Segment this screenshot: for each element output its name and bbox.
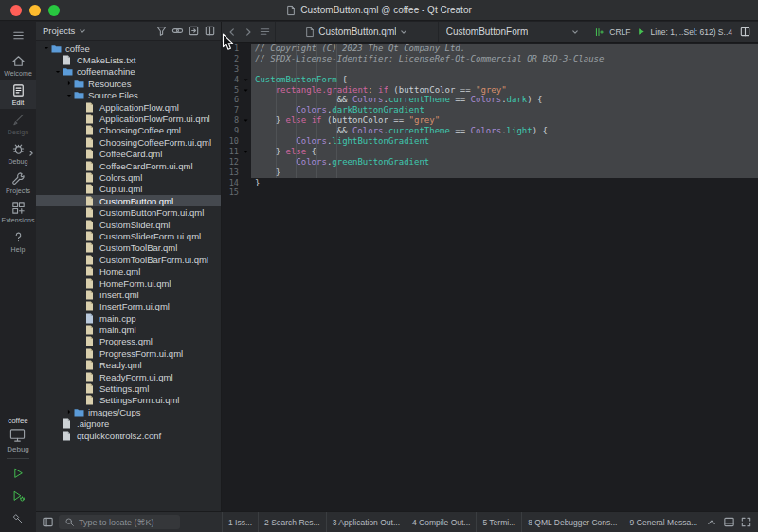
code-line-10[interactable]: 10 Colors.lightButtonGradient bbox=[222, 136, 758, 147]
fold-marker-icon[interactable] bbox=[241, 75, 251, 85]
run-button[interactable] bbox=[6, 463, 30, 484]
collapse-icon[interactable] bbox=[64, 92, 74, 99]
tree-item-coffeecardform-ui-qml[interactable]: CoffeeCardForm.ui.qml bbox=[36, 160, 221, 171]
code-line-4[interactable]: 4CustomButtonForm { bbox=[222, 75, 758, 85]
qml-preview-icon[interactable] bbox=[636, 27, 646, 37]
tree-item-qtquickcontrols2-conf[interactable]: qtquickcontrols2.conf bbox=[36, 430, 221, 441]
kit-selector[interactable]: coffee Debug bbox=[7, 417, 29, 453]
tree-item-applicationflow-qml[interactable]: ApplicationFlow.qml bbox=[36, 101, 221, 113]
go-forward-button[interactable] bbox=[241, 25, 256, 40]
collapse-icon[interactable] bbox=[53, 68, 63, 76]
maximize-button[interactable] bbox=[738, 515, 753, 530]
tree-item-cup-ui-qml[interactable]: Cup.ui.qml bbox=[36, 184, 221, 195]
line-ending-indicator[interactable]: CRLF bbox=[609, 27, 630, 37]
fold-marker-icon[interactable] bbox=[241, 85, 251, 96]
mode-item-welcome[interactable]: Welcome bbox=[0, 50, 36, 80]
output-pane-button-6[interactable]: 8 QML Debugger Cons... bbox=[522, 512, 623, 532]
code-line-9[interactable]: 9 && Colors.currentTheme == Colors.light… bbox=[222, 126, 758, 136]
toggle-left-sidebar-button[interactable] bbox=[40, 515, 55, 530]
mode-item-edit[interactable]: Edit bbox=[0, 80, 36, 109]
link-button[interactable] bbox=[170, 24, 185, 39]
output-pane-button-1[interactable]: 1 Iss... bbox=[223, 512, 259, 532]
output-pane-button-5[interactable]: 5 Termi... bbox=[477, 512, 522, 532]
tree-item-custombutton-qml[interactable]: CustomButton.qml bbox=[36, 195, 221, 206]
tree-item-applicationflowform-ui-qml[interactable]: ApplicationFlowForm.ui.qml bbox=[36, 113, 221, 124]
tree-item-customsliderform-ui-qml[interactable]: CustomSliderForm.ui.qml bbox=[36, 230, 221, 241]
expand-icon[interactable] bbox=[64, 408, 74, 416]
mode-item-projects[interactable]: Projects bbox=[0, 168, 36, 197]
tree-item-coffeemachine[interactable]: coffeemachine bbox=[36, 66, 221, 78]
tree-item-images-cups[interactable]: images/Cups bbox=[36, 406, 221, 417]
document-dropdown[interactable]: CustomButton.qml bbox=[275, 22, 438, 42]
fold-marker-icon[interactable] bbox=[241, 147, 251, 157]
fold-marker-icon[interactable] bbox=[241, 115, 251, 126]
sync-button[interactable] bbox=[186, 24, 201, 39]
go-back-button[interactable] bbox=[225, 25, 240, 40]
tree-item-coffeecard-qml[interactable]: CoffeeCard.qml bbox=[36, 149, 221, 160]
tree-item-choosingcoffee-qml[interactable]: ChoosingCoffee.qml bbox=[36, 125, 221, 136]
locator-input[interactable] bbox=[79, 518, 174, 527]
mode-item-help[interactable]: Help bbox=[0, 226, 36, 256]
mode-item-debug[interactable]: Debug bbox=[0, 138, 36, 168]
output-pane-button-3[interactable]: 3 Application Out... bbox=[327, 512, 406, 532]
mode-item-extensions[interactable]: Extensions bbox=[0, 197, 36, 226]
symbol-dropdown[interactable]: CustomButtonForm bbox=[438, 22, 587, 42]
tree-item-progress-qml[interactable]: Progress.qml bbox=[36, 336, 221, 347]
tree-item-coffee[interactable]: coffee bbox=[36, 43, 221, 54]
chevron-up-button[interactable] bbox=[704, 515, 719, 530]
open-documents-button[interactable] bbox=[257, 25, 272, 40]
vcs-diff-icon[interactable] bbox=[593, 27, 605, 38]
build-button[interactable] bbox=[6, 508, 30, 529]
code-line-1[interactable]: 1// Copyright (C) 2023 The Qt Company Lt… bbox=[222, 44, 758, 54]
code-line-7[interactable]: 7 Colors.darkButtonGradient bbox=[222, 105, 758, 115]
code-line-11[interactable]: 11 } else { bbox=[222, 147, 758, 157]
code-line-5[interactable]: 5 rectangle.gradient: if (buttonColor ==… bbox=[222, 85, 758, 96]
output-pane-button-4[interactable]: 4 Compile Out... bbox=[406, 512, 477, 532]
tree-item-customslider-qml[interactable]: CustomSlider.qml bbox=[36, 219, 221, 230]
tree-item-source-files[interactable]: Source Files bbox=[36, 90, 221, 101]
filter-button[interactable] bbox=[153, 24, 169, 39]
code-editor[interactable]: 1// Copyright (C) 2023 The Qt Company Lt… bbox=[222, 43, 758, 511]
main-menu-button[interactable] bbox=[9, 27, 27, 43]
code-line-3[interactable]: 3 bbox=[222, 64, 758, 75]
tree-item-customtoolbar-qml[interactable]: CustomToolBar.qml bbox=[36, 242, 221, 254]
tree-item-insertform-ui-qml[interactable]: InsertForm.ui.qml bbox=[36, 301, 221, 312]
tree-item-readyform-ui-qml[interactable]: ReadyForm.ui.qml bbox=[36, 371, 221, 382]
tree-item-resources[interactable]: Resources bbox=[36, 78, 221, 89]
tree-item-homeform-ui-qml[interactable]: HomeForm.ui.qml bbox=[36, 277, 221, 289]
split-editor-button[interactable] bbox=[737, 25, 752, 40]
tree-item-cmakelists-txt[interactable]: CMakeLists.txt bbox=[36, 54, 221, 65]
output-pane-button-7[interactable]: 9 General Messa... bbox=[623, 512, 699, 532]
tree-item-settings-qml[interactable]: Settings.qml bbox=[36, 382, 221, 394]
code-line-14[interactable]: 14} bbox=[222, 178, 758, 188]
code-line-13[interactable]: 13 } bbox=[222, 168, 758, 178]
zoom-window-button[interactable] bbox=[48, 5, 60, 16]
tree-item-ready-qml[interactable]: Ready.qml bbox=[36, 360, 221, 371]
panel-selector-dropdown[interactable]: Projects bbox=[40, 26, 153, 36]
code-line-15[interactable]: 15 bbox=[222, 187, 758, 198]
locator[interactable] bbox=[59, 515, 180, 529]
debug-run-button[interactable] bbox=[6, 486, 30, 506]
tree-item-colors-qml[interactable]: Colors.qml bbox=[36, 171, 221, 183]
tree-item-settingsform-ui-qml[interactable]: SettingsForm.ui.qml bbox=[36, 395, 221, 406]
collapse-icon[interactable] bbox=[42, 44, 51, 52]
split-button[interactable] bbox=[202, 24, 217, 39]
tree-item-progressform-ui-qml[interactable]: ProgressForm.ui.qml bbox=[36, 347, 221, 359]
tree-item-main-cpp[interactable]: main.cpp bbox=[36, 312, 221, 324]
minimize-window-button[interactable] bbox=[29, 5, 41, 16]
code-line-6[interactable]: 6 && Colors.currentTheme == Colors.dark)… bbox=[222, 95, 758, 105]
tree-item-customtoolbarform-ui-qml[interactable]: CustomToolBarForm.ui.qml bbox=[36, 254, 221, 265]
code-line-2[interactable]: 2// SPDX-License-Identifier: LicenseRef-… bbox=[222, 54, 758, 64]
tree-item-custombuttonform-ui-qml[interactable]: CustomButtonForm.ui.qml bbox=[36, 206, 221, 218]
expand-icon[interactable] bbox=[64, 80, 74, 87]
tree-item--aignore[interactable]: .aignore bbox=[36, 418, 221, 430]
tree-item-choosingcoffeeform-ui-qml[interactable]: ChoosingCoffeeForm.ui.qml bbox=[36, 136, 221, 148]
code-line-8[interactable]: 8 } else if (buttonColor == "grey" bbox=[222, 115, 758, 126]
code-line-12[interactable]: 12 Colors.greenButtonGradient bbox=[222, 157, 758, 168]
panel-bottom-button[interactable] bbox=[721, 515, 736, 530]
output-pane-button-2[interactable]: 2 Search Res... bbox=[259, 512, 327, 532]
tree-item-home-qml[interactable]: Home.qml bbox=[36, 265, 221, 276]
tree-item-insert-qml[interactable]: Insert.qml bbox=[36, 289, 221, 300]
tree-item-main-qml[interactable]: main.qml bbox=[36, 324, 221, 335]
close-window-button[interactable] bbox=[10, 5, 22, 16]
